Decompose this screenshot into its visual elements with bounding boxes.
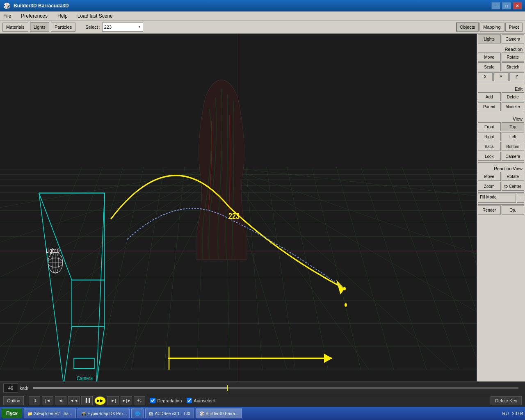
window-controls: ─ □ ✕: [491, 2, 522, 9]
add-delete-row: Add Delete: [478, 92, 524, 101]
pivot-button[interactable]: Pivot: [505, 23, 523, 32]
divider3: [478, 162, 524, 163]
frame-label: kadr: [20, 386, 28, 390]
degradation-checkbox[interactable]: [150, 398, 155, 403]
goto-end-button[interactable]: ►|►: [121, 396, 132, 405]
start-button[interactable]: Пуск: [2, 409, 22, 418]
autoselect-checkbox[interactable]: [187, 398, 192, 403]
delete-button[interactable]: Delete: [502, 92, 525, 101]
maximize-button[interactable]: □: [502, 2, 511, 9]
modeler-button[interactable]: Modeler: [502, 102, 525, 111]
right-view-button[interactable]: Right: [478, 132, 501, 141]
fill-mode-select[interactable]: Fill Mode: [478, 194, 516, 203]
fill-mode-row: Fill Mode ▼: [478, 194, 524, 203]
camera-view-button[interactable]: Camera: [502, 152, 525, 161]
divider5: [478, 204, 524, 205]
select-label: Select :: [85, 25, 100, 30]
lights-button[interactable]: Lights: [30, 23, 49, 32]
materials-button[interactable]: Materials: [2, 23, 28, 32]
delete-key-button[interactable]: Delete Key: [491, 396, 522, 405]
content-area: 223: [0, 34, 525, 381]
reaction-view-section-title: Reaction View: [478, 165, 524, 172]
svg-point-51: [345, 303, 347, 306]
fill-mode-dropdown-arrow[interactable]: ▼: [517, 194, 524, 203]
timeline[interactable]: [33, 387, 518, 389]
move-button[interactable]: Move: [478, 52, 501, 62]
scale-button[interactable]: Scale: [478, 62, 501, 71]
menu-help[interactable]: Help: [56, 12, 69, 20]
x-axis-button[interactable]: X: [478, 72, 493, 81]
stretch-button[interactable]: Stretch: [502, 62, 525, 71]
menu-load-last-scene[interactable]: Load last Scene: [76, 12, 114, 20]
move-rotate-row: Move Rotate: [478, 52, 524, 62]
minimize-button[interactable]: ─: [491, 2, 500, 9]
taskbar-2xexplorer-label: 2xExplorer R7 - Sa...: [34, 411, 72, 416]
select-value: 223: [104, 25, 112, 30]
lights-tab-button[interactable]: Lights: [478, 34, 501, 43]
back-view-button[interactable]: Back: [478, 142, 501, 151]
to-center-button[interactable]: to Center: [502, 182, 525, 191]
left-view-button[interactable]: Left: [502, 132, 525, 141]
reaction-rotate-button[interactable]: Rotate: [502, 172, 525, 181]
camera-tab-button[interactable]: Camera: [502, 34, 525, 43]
degradation-row: Degradation: [150, 398, 182, 403]
svg-point-50: [343, 287, 346, 290]
menu-preferences[interactable]: Preferences: [19, 12, 49, 20]
particles-button[interactable]: Particles: [51, 23, 75, 32]
top-view-button[interactable]: Top: [502, 122, 525, 131]
taskbar-acdsee[interactable]: 🖼 ACDSee v3.1 - 100: [145, 409, 194, 418]
look-camera-row: Look Camera: [478, 152, 524, 161]
next-frame-button[interactable]: ►|: [107, 396, 119, 405]
taskbar-hypersnap[interactable]: 📸 HyperSnap-DX Pro...: [78, 409, 130, 418]
close-button[interactable]: ✕: [513, 2, 522, 9]
timeline-progress: [33, 387, 227, 389]
control-bar: Option -1 |◄ ◄| ◄◄ ▐▐ ▶▶ ►| ►|► +1 Degra…: [0, 394, 525, 407]
goto-start-button[interactable]: |◄: [42, 396, 53, 405]
menu-file[interactable]: File: [2, 12, 13, 20]
select-combo[interactable]: 223 ▼: [102, 23, 143, 32]
parent-button[interactable]: Parent: [478, 102, 501, 111]
taskbar-right: RU 23:04: [502, 411, 523, 416]
taskbar-builder3d-label: Builder3D Barra...: [206, 411, 238, 416]
taskbar-hypersnap-label: HyperSnap-DX Pro...: [88, 411, 126, 416]
option-button[interactable]: Option: [3, 396, 24, 405]
taskbar-builder3d-icon: 🎲: [199, 411, 204, 416]
render-button[interactable]: Render: [478, 205, 501, 215]
bottom-view-button[interactable]: Bottom: [502, 142, 525, 151]
menubar: File Preferences Help Load last Scene: [0, 11, 525, 21]
right-left-row: Right Left: [478, 132, 524, 141]
prev-frame-button[interactable]: ◄◄: [68, 396, 80, 405]
taskbar-2xexplorer-icon: 📁: [27, 411, 32, 416]
objects-button[interactable]: Objects: [456, 23, 479, 32]
plus1-button[interactable]: +1: [134, 396, 145, 405]
rotate-button[interactable]: Rotate: [502, 52, 525, 62]
front-view-button[interactable]: Front: [478, 122, 501, 131]
minus1-button[interactable]: -1: [29, 396, 40, 405]
taskbar-builder3d[interactable]: 🎲 Builder3D Barra...: [196, 409, 242, 418]
y-axis-button[interactable]: Y: [493, 72, 508, 81]
autoselect-row: Autoselect: [187, 398, 215, 403]
parent-modeler-row: Parent Modeler: [478, 102, 524, 111]
zoom-button[interactable]: Zoom: [478, 182, 501, 191]
svg-text:Camera: Camera: [77, 374, 93, 381]
back-bottom-row: Back Bottom: [478, 142, 524, 151]
add-button[interactable]: Add: [478, 92, 501, 101]
frame-number: 46: [3, 383, 18, 393]
op-button[interactable]: Op.: [502, 205, 525, 215]
prev-key-button[interactable]: ◄|: [55, 396, 66, 405]
look-button[interactable]: Look: [478, 152, 501, 161]
viewport[interactable]: 223: [0, 34, 477, 381]
viewport-grid: 223: [0, 34, 477, 381]
mapping-button[interactable]: Mapping: [479, 23, 504, 32]
reaction-move-button[interactable]: Move: [478, 172, 501, 181]
z-axis-button[interactable]: Z: [509, 72, 524, 81]
taskbar-2xexplorer[interactable]: 📁 2xExplorer R7 - Sa...: [24, 409, 76, 418]
app-title: Builder3D Barracuda3D: [14, 3, 491, 9]
taskbar-browser[interactable]: 🌐: [131, 409, 144, 418]
select-dropdown-arrow: ▼: [138, 25, 141, 29]
svg-text:Light 0: Light 0: [46, 247, 59, 254]
play-button[interactable]: ▶▶: [94, 396, 106, 405]
app-logo: 🎲: [3, 2, 10, 9]
taskbar-acdsee-label: ACDSee v3.1 - 100: [155, 411, 190, 416]
pause-button[interactable]: ▐▐: [81, 396, 93, 405]
